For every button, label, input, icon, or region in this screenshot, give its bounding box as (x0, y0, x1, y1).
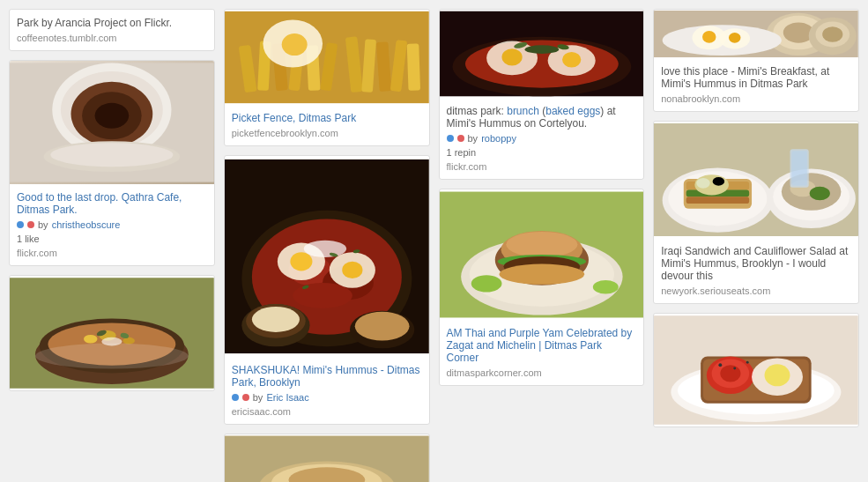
svg-point-83 (822, 26, 842, 41)
card-thai-yam-source[interactable]: ditmasparkcorner.com (447, 367, 637, 378)
svg-point-14 (122, 337, 135, 345)
svg-point-74 (499, 264, 584, 285)
dot-blue-3-icon (447, 135, 454, 142)
card-thai-yam-link[interactable]: AM Thai and Purple Yam Celebrated by Zag… (447, 327, 633, 364)
card-arancia-top: Park by Arancia Project on Flickr. coffe… (9, 9, 215, 51)
card-mimi-breakfast-source[interactable]: nonabrooklyn.com (661, 93, 851, 104)
svg-point-117 (719, 363, 723, 367)
svg-point-12 (84, 335, 97, 344)
card-mimi-breakfast-title: love this place - Mimi's Breakfast, at M… (661, 65, 851, 90)
svg-point-98 (697, 178, 710, 189)
card-shakshuka-user[interactable]: Eric Isaac (266, 392, 308, 403)
svg-point-27 (281, 33, 307, 56)
card-iraqi-sandwich-image (654, 122, 858, 238)
card-baked-eggs-bakedeggs-link[interactable]: baked eggs (545, 105, 600, 117)
svg-point-49 (252, 307, 300, 332)
card-picket-source[interactable]: picketfencebrooklyn.com (232, 128, 422, 138)
card-coffee-likes: 1 like (17, 234, 207, 244)
card-thai-yam-image (440, 189, 644, 320)
svg-point-71 (506, 232, 577, 257)
card-baked-eggs-by: by (468, 133, 479, 144)
card-baked-eggs-meta: by roboppy (447, 133, 637, 144)
card-arancia-source[interactable]: coffeenotes.tumblr.com (17, 33, 207, 43)
card-mimi-breakfast-image (654, 10, 858, 58)
card-coffee-title[interactable]: Good to the last drop. Qathra Cafe, Ditm… (17, 191, 207, 216)
card-arancia-description: Park by Arancia Project on Flickr. (17, 17, 207, 29)
card-shakshuka-title[interactable]: SHAKSHUKA! Mimi's Hummus - Ditmas Park, … (232, 364, 422, 389)
dot-red-icon (27, 221, 34, 228)
card-shakshuka-image (225, 156, 429, 357)
card-shakshuka-meta: by Eric Isaac (232, 392, 422, 403)
svg-point-42 (342, 262, 362, 278)
svg-point-7 (50, 143, 173, 167)
svg-point-62 (562, 52, 581, 67)
svg-point-75 (471, 275, 501, 292)
svg-point-18 (35, 344, 189, 369)
svg-point-61 (501, 48, 522, 65)
card-shakshuka-link[interactable]: SHAKSHUKA! Mimi's Hummus - Ditmas Park, … (232, 364, 420, 389)
dot-red-2-icon (242, 394, 249, 401)
svg-point-51 (354, 312, 409, 341)
card-coffee-meta: by christheobscure (17, 219, 207, 230)
card-shakshuka-by: by (253, 392, 263, 403)
svg-point-5 (95, 103, 130, 129)
column-4: love this place - Mimi's Breakfast, at M… (653, 9, 859, 482)
card-baked-eggs-source[interactable]: flickr.com (447, 161, 637, 172)
svg-point-63 (524, 45, 559, 54)
card-iraqi-sandwich-title: Iraqi Sandwich and Cauliflower Salad at … (661, 245, 851, 282)
card-picket-link[interactable]: Picket Fence, Ditmas Park (232, 112, 356, 124)
card-coffee-user[interactable]: christheobscure (52, 219, 121, 230)
svg-point-114 (721, 365, 741, 382)
svg-point-104 (810, 187, 830, 200)
svg-rect-106 (792, 151, 807, 186)
card-baked-eggs-brunch-link[interactable]: brunch (507, 105, 539, 117)
dot-blue-icon (17, 221, 24, 228)
card-baked-eggs-user[interactable]: roboppy (481, 133, 516, 144)
column-1: Park by Arancia Project on Flickr. coffe… (9, 9, 215, 482)
card-baked-eggs-repins: 1 repin (447, 147, 637, 158)
card-soup (9, 275, 215, 391)
card-mimi-breakfast: love this place - Mimi's Breakfast, at M… (653, 9, 859, 112)
card-baked-eggs: ditmas park: brunch (baked eggs) at Mimi… (439, 9, 645, 180)
svg-point-119 (734, 367, 737, 370)
card-picket: Picket Fence, Ditmas Park picketfencebro… (224, 9, 430, 146)
dot-red-3-icon (457, 135, 464, 142)
card-coffee-source[interactable]: flickr.com (17, 248, 207, 258)
svg-point-76 (592, 280, 618, 293)
svg-point-43 (304, 241, 346, 257)
svg-point-38 (293, 283, 352, 308)
masonry-grid: Park by Arancia Project on Flickr. coffe… (0, 0, 868, 482)
svg-point-88 (729, 33, 741, 43)
card-bottom-center (224, 434, 430, 482)
card-thai-yam: AM Thai and Purple Yam Celebrated by Zag… (439, 189, 645, 386)
card-shakshuka: SHAKSHUKA! Mimi's Hummus - Ditmas Park, … (224, 155, 430, 425)
card-bottom-center-image (225, 434, 429, 482)
card-soup-image (10, 276, 214, 390)
card-shakshuka-source[interactable]: ericisaac.com (232, 406, 422, 417)
svg-point-116 (765, 364, 790, 386)
card-iraqi-sandwich: Iraqi Sandwich and Cauliflower Salad at … (653, 121, 859, 304)
card-coffee-link[interactable]: Good to the last drop. Qathra Cafe, Ditm… (17, 191, 182, 216)
svg-point-118 (746, 361, 749, 364)
svg-point-87 (702, 31, 716, 43)
card-coffee-by: by (38, 219, 48, 230)
card-picket-title[interactable]: Picket Fence, Ditmas Park (232, 112, 422, 124)
card-baked-eggs-title: ditmas park: brunch (baked eggs) at Mimi… (447, 105, 637, 130)
card-toast-image (654, 314, 858, 426)
card-toast (653, 313, 859, 427)
dot-blue-2-icon (232, 394, 239, 401)
card-coffee: Good to the last drop. Qathra Cafe, Ditm… (9, 60, 215, 266)
svg-point-99 (713, 177, 725, 186)
card-coffee-image (10, 61, 214, 184)
svg-rect-96 (686, 197, 749, 204)
card-baked-eggs-image (440, 10, 644, 98)
card-picket-image (225, 10, 429, 105)
column-3: ditmas park: brunch (baked eggs) at Mimi… (439, 9, 645, 482)
svg-rect-32 (406, 43, 419, 91)
card-thai-yam-title[interactable]: AM Thai and Purple Yam Celebrated by Zag… (447, 327, 637, 364)
column-2: Picket Fence, Ditmas Park picketfencebro… (224, 9, 430, 482)
svg-point-40 (290, 252, 312, 271)
card-iraqi-sandwich-source[interactable]: newyork.seriouseats.com (661, 285, 851, 296)
